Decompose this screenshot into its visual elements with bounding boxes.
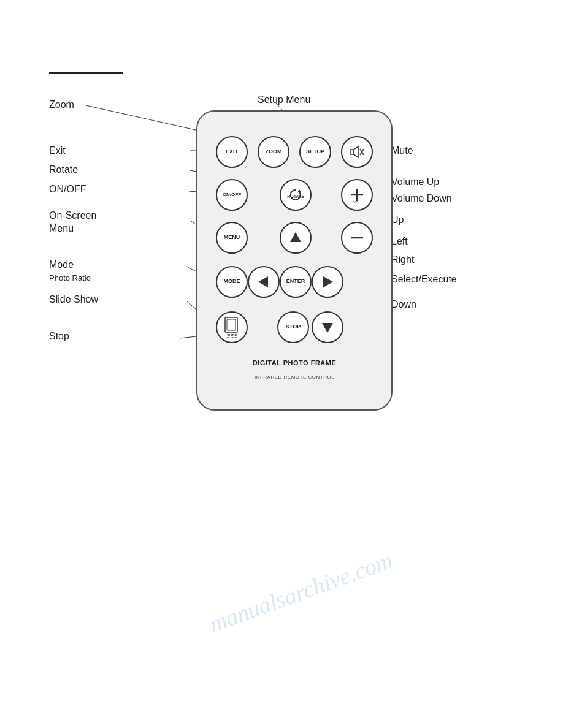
diagram-container: Zoom Exit Rotate ON/OFF On-ScreenMenu Mo… — [49, 92, 478, 417]
rotate-icon: ROTATE — [287, 186, 304, 203]
label-down: Down — [391, 299, 416, 310]
page-line — [49, 72, 123, 74]
svg-marker-26 — [290, 232, 301, 242]
label-volume-down: Volume Down — [391, 193, 452, 204]
svg-marker-28 — [258, 276, 268, 287]
vol-down-button[interactable] — [341, 222, 373, 254]
label-left: Left — [391, 236, 408, 247]
svg-marker-21 — [297, 189, 301, 192]
onoff-button[interactable]: ON/OFF — [216, 179, 248, 211]
svg-rect-31 — [227, 319, 236, 330]
remote-divider — [222, 355, 367, 355]
label-select-execute: Select/Execute — [391, 274, 457, 285]
slideshow-icon: SLIDE SHOW — [223, 316, 241, 338]
right-button[interactable] — [312, 266, 343, 298]
label-onoff: ON/OFF — [49, 184, 86, 195]
svg-text:VOL: VOL — [353, 200, 361, 204]
label-stop: Stop — [49, 331, 69, 342]
left-button[interactable] — [248, 266, 280, 298]
down-arrow-icon — [320, 319, 335, 335]
slideshow-button[interactable]: SLIDE SHOW — [216, 311, 248, 343]
down-button[interactable] — [312, 311, 343, 343]
mute-button[interactable] — [341, 136, 373, 168]
vol-up-button[interactable]: VOL — [341, 179, 373, 211]
right-arrow-icon — [320, 274, 335, 290]
label-mode: Mode — [49, 259, 74, 270]
svg-text:ROTATE: ROTATE — [287, 194, 304, 199]
label-slideshow: Slide Show — [49, 294, 98, 305]
mute-icon — [349, 144, 365, 160]
zoom-button[interactable]: ZOOM — [258, 136, 289, 168]
svg-text:SHOW: SHOW — [226, 336, 237, 338]
menu-button[interactable]: MENU — [216, 222, 248, 254]
svg-marker-18 — [354, 146, 358, 157]
watermark: manualsarchive.com — [205, 547, 396, 638]
vol-down-icon — [347, 228, 367, 248]
vol-up-icon: VOL — [347, 185, 367, 205]
label-mute: Mute — [391, 145, 413, 156]
remote-body: EXIT ZOOM SETUP ON/OFF ROTATE — [196, 110, 393, 411]
svg-marker-34 — [322, 323, 333, 333]
label-exit: Exit — [49, 145, 66, 156]
label-rotate: Rotate — [49, 164, 78, 175]
remote-title: DIGITAL PHOTO FRAME — [253, 359, 337, 366]
label-volume-up: Volume Up — [391, 176, 439, 188]
label-zoom: Zoom — [49, 99, 74, 110]
svg-rect-17 — [350, 150, 354, 154]
mode-button[interactable]: MODE — [216, 266, 248, 298]
rotate-button[interactable]: ROTATE — [280, 179, 312, 211]
remote-subtitle: INFRARED REMOTE CONTROL — [255, 374, 334, 380]
setup-button[interactable]: SETUP — [299, 136, 331, 168]
left-arrow-icon — [256, 274, 272, 290]
label-up: Up — [391, 214, 404, 226]
enter-button[interactable]: ENTER — [280, 266, 312, 298]
up-arrow-icon — [288, 230, 304, 246]
label-photo-ratio: Photo Ratio — [49, 273, 91, 282]
label-onscreen-menu: On-ScreenMenu — [49, 210, 96, 235]
label-setup-menu: Setup Menu — [258, 94, 310, 105]
svg-marker-29 — [323, 276, 333, 287]
up-button[interactable] — [280, 222, 312, 254]
label-right: Right — [391, 254, 414, 265]
exit-button[interactable]: EXIT — [216, 136, 248, 168]
stop-button[interactable]: STOP — [277, 311, 309, 343]
